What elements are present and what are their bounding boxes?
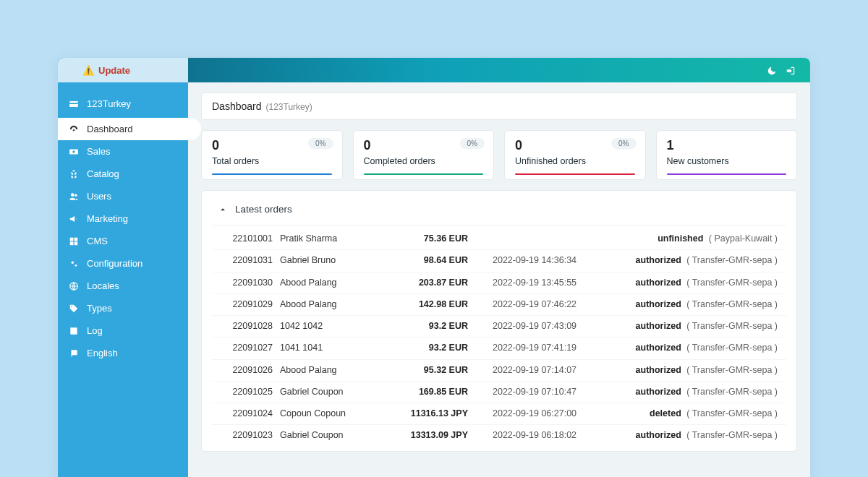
order-method: ( Transfer-GMR-sepa ) [686, 387, 778, 397]
order-customer: Abood Palang [280, 363, 381, 378]
order-status: authorized [636, 299, 681, 309]
nav-label: Types [87, 303, 112, 314]
order-amount: 95.32 EUR [388, 363, 468, 378]
order-date: 2022-09-19 07:10:47 [475, 384, 591, 400]
order-method: ( Transfer-GMR-sepa ) [686, 430, 778, 440]
stat-badge: 0% [460, 138, 485, 149]
stat-badge: 0% [308, 138, 333, 149]
svg-point-2 [73, 129, 75, 131]
dark-mode-button[interactable] [762, 64, 781, 77]
order-customer: Gabriel Coupon [280, 428, 381, 443]
sidebar-item-types[interactable]: Types [58, 297, 188, 319]
content-area: Dashboard (123Turkey) 0%0Total orders0%0… [188, 82, 810, 477]
order-tail: authorized ( Transfer-GMR-sepa ) [598, 319, 778, 334]
order-tail: authorized ( Transfer-GMR-sepa ) [598, 428, 778, 443]
nav-label: CMS [87, 236, 108, 246]
order-customer: 1041 1041 [280, 340, 381, 356]
sidebar-item-catalog[interactable]: Catalog [58, 163, 188, 185]
stat-card[interactable]: 1New customers [656, 130, 798, 180]
order-id: 22091024 [221, 406, 273, 421]
stat-bar [364, 173, 484, 175]
page-subtitle: (123Turkey) [266, 102, 312, 112]
order-status: authorized [636, 365, 681, 375]
stat-card[interactable]: 0%0Completed orders [353, 130, 495, 180]
order-customer: Gabriel Coupon [280, 384, 381, 400]
panel-title: Latest orders [235, 204, 292, 215]
stat-bar [212, 173, 332, 175]
order-amount: 142.98 EUR [388, 297, 468, 312]
order-status: deleted [650, 408, 681, 418]
sidebar-item-site[interactable]: 123Turkey [58, 93, 188, 118]
sidebar-item-sales[interactable]: Sales [58, 140, 188, 163]
nav-label: 123Turkey [87, 98, 131, 109]
order-row[interactable]: 22101001Pratik Sharma75.36 EURunfinished… [212, 228, 786, 249]
order-id: 22091031 [221, 253, 273, 268]
order-tail: authorized ( Transfer-GMR-sepa ) [598, 275, 778, 291]
nav-label: Locales [87, 280, 119, 291]
stat-value: 1 [667, 138, 787, 153]
panel-toggle[interactable]: Latest orders [212, 201, 786, 225]
nav-label: English [87, 348, 118, 358]
order-status: authorized [636, 278, 681, 288]
sidebar-item-cms[interactable]: CMS [58, 230, 188, 252]
nav-label: Users [87, 191, 111, 202]
order-method: ( Transfer-GMR-sepa ) [686, 299, 778, 309]
page-title: Dashboard [212, 100, 262, 112]
order-row[interactable]: 220910271041 104193.2 EUR2022-09-19 07:4… [212, 337, 786, 358]
moon-icon [767, 66, 777, 76]
topbar: ⚠️ Update [58, 58, 810, 82]
order-tail: authorized ( Transfer-GMR-sepa ) [598, 384, 778, 400]
order-row[interactable]: 22091029Abood Palang142.98 EUR2022-09-19… [212, 293, 786, 315]
sidebar-item-log[interactable]: Log [58, 319, 188, 342]
sidebar-item-language[interactable]: English [58, 342, 188, 364]
card-icon [68, 98, 80, 109]
svg-point-5 [71, 193, 75, 197]
order-row[interactable]: 22091030Abood Palang203.87 EUR2022-09-19… [212, 272, 786, 293]
order-row[interactable]: 220910281042 104293.2 EUR2022-09-19 07:4… [212, 315, 786, 337]
stat-cards: 0%0Total orders0%0Completed orders0%0Unf… [201, 130, 797, 180]
update-banner[interactable]: ⚠️ Update [58, 58, 188, 82]
app-window: ⚠️ Update 123Turkey Dashboard Sales Cata… [58, 58, 810, 477]
order-row[interactable]: 22091023Gabriel Coupon13313.09 JPY2022-0… [212, 424, 786, 446]
order-date: 2022-09-19 07:41:19 [475, 340, 591, 356]
order-tail: unfinished ( Paypal-Kuwait ) [598, 231, 778, 246]
order-row[interactable]: 22091024Copoun Copoun11316.13 JPY2022-09… [212, 403, 786, 424]
order-row[interactable]: 22091031Gabriel Bruno98.64 EUR2022-09-19… [212, 249, 786, 271]
stat-card[interactable]: 0%0Total orders [201, 130, 343, 180]
stat-label: Total orders [212, 156, 332, 166]
nav-label: Configuration [87, 258, 142, 269]
sidebar-item-configuration[interactable]: Configuration [58, 252, 188, 275]
nav-label: Dashboard [87, 124, 133, 134]
sidebar-item-locales[interactable]: Locales [58, 275, 188, 297]
stat-card[interactable]: 0%0Unfinished orders [504, 130, 646, 180]
nav-label: Catalog [87, 168, 119, 179]
sidebar: 123Turkey Dashboard Sales Catalog Users … [58, 82, 188, 477]
svg-point-8 [75, 265, 77, 267]
globe-icon [68, 280, 80, 291]
sidebar-item-users[interactable]: Users [58, 185, 188, 207]
order-status: authorized [636, 255, 681, 265]
sidebar-item-marketing[interactable]: Marketing [58, 207, 188, 230]
logout-button[interactable] [781, 64, 800, 77]
svg-rect-11 [70, 327, 72, 334]
orders-list: 22101001Pratik Sharma75.36 EURunfinished… [212, 228, 786, 447]
sidebar-item-dashboard[interactable]: Dashboard [58, 118, 201, 140]
stat-badge: 0% [611, 138, 636, 149]
order-row[interactable]: 22091026Abood Palang95.32 EUR2022-09-19 … [212, 359, 786, 381]
order-customer: Pratik Sharma [280, 231, 381, 246]
money-icon [68, 146, 80, 157]
logout-icon [786, 66, 796, 76]
order-customer: Abood Palang [280, 275, 381, 291]
order-customer: Copoun Copoun [280, 406, 381, 421]
order-row[interactable]: 22091025Gabriel Coupon169.85 EUR2022-09-… [212, 381, 786, 403]
order-amount: 203.87 EUR [388, 275, 468, 291]
users-icon [68, 191, 80, 202]
order-amount: 169.85 EUR [388, 384, 468, 400]
order-status: authorized [636, 343, 681, 353]
order-customer: 1042 1042 [280, 319, 381, 334]
svg-point-7 [72, 261, 75, 264]
order-method: ( Transfer-GMR-sepa ) [686, 278, 778, 288]
order-customer: Gabriel Bruno [280, 253, 381, 268]
order-status: authorized [636, 387, 681, 397]
warning-icon: ⚠️ [82, 65, 94, 76]
